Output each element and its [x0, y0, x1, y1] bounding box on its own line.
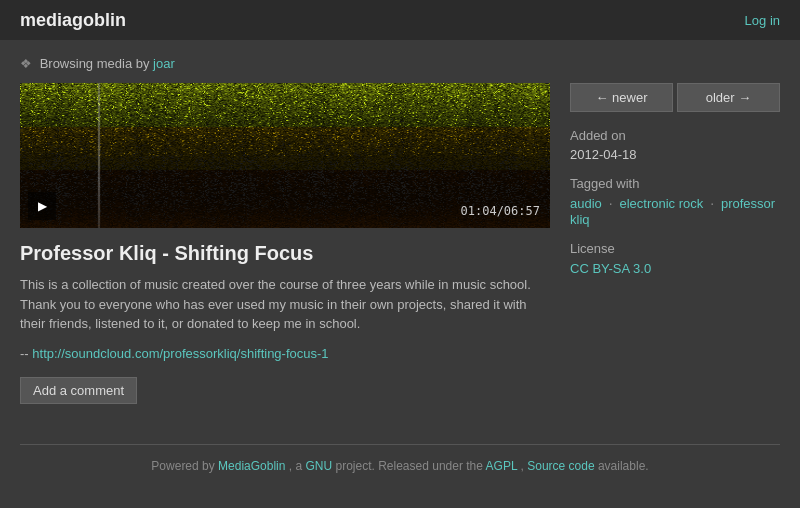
media-description: This is a collection of music created ov…	[20, 275, 550, 334]
browsing-bar: ❖ Browsing media by joar	[20, 56, 780, 71]
add-comment-button[interactable]: Add a comment	[20, 377, 137, 404]
site-logo: mediagoblin	[20, 10, 126, 31]
tags-section: Tagged with audio · electronic rock · pr…	[570, 176, 780, 227]
tagged-with-label: Tagged with	[570, 176, 780, 191]
right-column: ← newer older → Added on 2012-04-18 Tagg…	[570, 83, 780, 290]
footer-agpl-link[interactable]: AGPL	[486, 459, 518, 473]
soundcloud-link[interactable]: http://soundcloud.com/professorkliq/shif…	[32, 346, 328, 361]
footer-gnu-link[interactable]: GNU	[305, 459, 332, 473]
footer: Powered by MediaGoblin , a GNU project. …	[20, 444, 780, 487]
license-link[interactable]: CC BY-SA 3.0	[570, 261, 651, 276]
play-icon: ▶	[38, 199, 47, 213]
header: mediagoblin Log in	[0, 0, 800, 40]
link-prefix: --	[20, 346, 29, 361]
audio-player: ▶ 01:04/06:57	[20, 83, 550, 228]
footer-mediagoblin-link[interactable]: MediaGoblin	[218, 459, 285, 473]
dot-1: ·	[605, 195, 617, 211]
browsing-user-link[interactable]: joar	[153, 56, 175, 71]
license-section: License CC BY-SA 3.0	[570, 241, 780, 276]
footer-source-link[interactable]: Source code	[527, 459, 594, 473]
tag-audio[interactable]: audio	[570, 196, 602, 211]
footer-a-label: , a	[289, 459, 302, 473]
tag-electronic-rock[interactable]: electronic rock	[619, 196, 703, 211]
main-content: ❖ Browsing media by joar	[0, 40, 800, 487]
navigation-buttons: ← newer older →	[570, 83, 780, 112]
diamond-icon: ❖	[20, 56, 32, 71]
footer-available: available.	[598, 459, 649, 473]
browsing-prefix: Browsing media by	[40, 56, 150, 71]
footer-project-text: project. Released under the	[336, 459, 483, 473]
main-layout: ▶ 01:04/06:57 Professor Kliq - Shifting …	[20, 83, 780, 404]
login-link[interactable]: Log in	[745, 13, 780, 28]
tags-list: audio · electronic rock · professor kliq	[570, 195, 780, 227]
added-on-value: 2012-04-18	[570, 147, 780, 162]
older-button[interactable]: older →	[677, 83, 780, 112]
footer-powered-by: Powered by	[151, 459, 214, 473]
added-on-section: Added on 2012-04-18	[570, 128, 780, 162]
added-on-label: Added on	[570, 128, 780, 143]
dot-2: ·	[706, 195, 718, 211]
license-label: License	[570, 241, 780, 256]
play-button[interactable]: ▶	[28, 192, 56, 220]
media-title: Professor Kliq - Shifting Focus	[20, 242, 550, 265]
newer-button[interactable]: ← newer	[570, 83, 673, 112]
left-column: ▶ 01:04/06:57 Professor Kliq - Shifting …	[20, 83, 550, 404]
time-display: 01:04/06:57	[461, 204, 540, 218]
media-link-section: -- http://soundcloud.com/professorkliq/s…	[20, 346, 550, 361]
